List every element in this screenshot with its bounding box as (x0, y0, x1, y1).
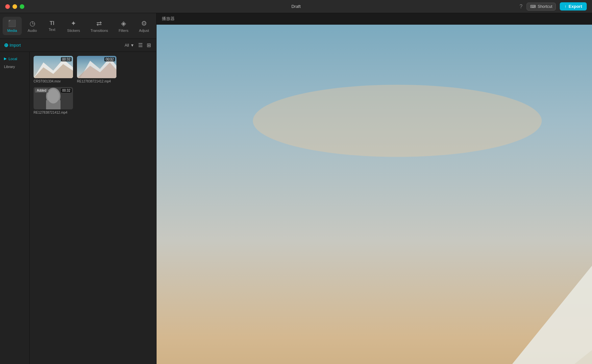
preview-header: 播放器 (157, 13, 592, 25)
filter-icon: ▼ (130, 43, 134, 48)
maximize-button[interactable] (20, 4, 24, 9)
preview-video (157, 25, 592, 364)
plus-icon: ⊕ (4, 42, 8, 48)
tab-bar: ⬛ Media ◷ Audio TI Text ✦ Stickers ⇄ Tra… (0, 13, 156, 39)
added-badge: Added (35, 88, 48, 93)
view-toggle: ☰ ⊞ (137, 41, 152, 49)
tab-text-label: Text (49, 28, 55, 32)
help-icon[interactable]: ? (520, 4, 523, 10)
tab-text[interactable]: TI Text (43, 18, 61, 34)
tab-stickers[interactable]: ✦ Stickers (62, 17, 85, 35)
media-tab-icon: ⬛ (8, 19, 16, 27)
adjust-tab-icon: ⚙ (141, 19, 147, 27)
left-panel: ⬛ Media ◷ Audio TI Text ✦ Stickers ⇄ Tra… (0, 13, 157, 364)
media-panel: ⊕ Import All ▼ ☰ ⊞ ▶ (0, 39, 156, 364)
tab-audio[interactable]: ◷ Audio (23, 17, 41, 35)
center-panel: 播放器 (157, 13, 592, 364)
import-button[interactable]: ⊕ Import (4, 42, 21, 48)
sidebar-item-local[interactable]: ▶ Local (0, 55, 29, 63)
media-item[interactable]: 00:32 CRST001334.mov (34, 56, 73, 83)
media-sidebar: ▶ Local Library (0, 52, 30, 364)
tab-transitions[interactable]: ⇄ Transitions (86, 17, 112, 35)
media-thumbnail: 00:32 (77, 56, 116, 78)
window-controls (5, 4, 24, 9)
media-grid: 00:32 CRST001334.mov (30, 52, 156, 364)
export-icon: ↑ (564, 4, 567, 9)
media-thumbnail: Added 00:32 (34, 87, 73, 109)
media-duration: 00:32 (104, 57, 115, 61)
media-filename: RE127838721412.mp4 (77, 80, 116, 83)
grid-view-button[interactable]: ⊞ (145, 41, 152, 49)
tab-audio-label: Audio (28, 29, 37, 33)
shortcut-button[interactable]: ⌨ Shortcut (527, 3, 556, 11)
media-duration: 00:32 (61, 57, 72, 61)
tab-filters-label: Filters (119, 29, 129, 33)
app-title: Draft (291, 4, 301, 9)
media-item[interactable]: Added 00:32 RE127838721412.mp4 (34, 87, 73, 114)
svg-point-9 (47, 89, 59, 103)
text-tab-icon: TI (50, 20, 54, 26)
media-content: ▶ Local Library (0, 52, 156, 364)
tab-filters[interactable]: ◈ Filters (114, 17, 133, 35)
tab-adjust-label: Adjust (139, 29, 149, 33)
keyboard-icon: ⌨ (530, 4, 536, 9)
stickers-tab-icon: ✦ (71, 19, 76, 27)
export-button[interactable]: ↑ Export (560, 2, 587, 11)
media-item[interactable]: 00:32 RE127838721412.mp4 (77, 56, 116, 83)
transitions-tab-icon: ⇄ (96, 19, 102, 27)
minimize-button[interactable] (12, 4, 17, 9)
tab-media-label: Media (7, 29, 17, 33)
filter-all[interactable]: All ▼ (125, 43, 134, 48)
list-view-button[interactable]: ☰ (137, 41, 144, 49)
media-duration: 00:32 (61, 88, 72, 93)
chevron-right-icon: ▶ (4, 57, 7, 61)
media-thumbnail: 00:32 (34, 56, 73, 78)
audio-tab-icon: ◷ (30, 19, 35, 27)
preview-panel: 播放器 (157, 13, 592, 364)
media-filename: CRST001334.mov (34, 80, 73, 83)
sidebar-item-library[interactable]: Library (0, 63, 29, 71)
tab-stickers-label: Stickers (67, 29, 80, 33)
media-toolbar: ⊕ Import All ▼ ☰ ⊞ (0, 39, 156, 52)
preview-frame (157, 25, 592, 364)
svg-rect-10 (157, 25, 592, 364)
tab-transitions-label: Transitions (90, 29, 108, 33)
filters-tab-icon: ◈ (121, 19, 126, 27)
main-layout: ⬛ Media ◷ Audio TI Text ✦ Stickers ⇄ Tra… (0, 13, 592, 364)
media-filter: All ▼ ☰ ⊞ (125, 41, 152, 49)
close-button[interactable] (5, 4, 10, 9)
svg-point-18 (253, 85, 542, 157)
tab-media[interactable]: ⬛ Media (3, 17, 22, 35)
tab-adjust[interactable]: ⚙ Adjust (135, 17, 154, 35)
titlebar: Draft ? ⌨ Shortcut ↑ Export (0, 0, 592, 13)
media-filename: RE127838721412.mp4 (34, 111, 73, 114)
